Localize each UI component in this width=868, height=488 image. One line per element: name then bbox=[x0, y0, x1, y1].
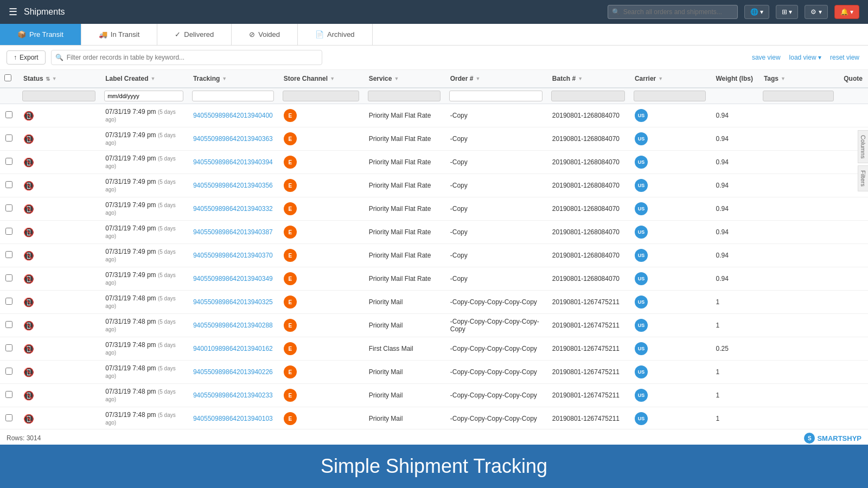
globe-button[interactable]: 🌐 ▾ bbox=[744, 5, 769, 19]
carrier-col-label: Carrier bbox=[635, 75, 656, 82]
notification-button[interactable]: 🔔 ▾ bbox=[834, 5, 859, 19]
select-all-checkbox[interactable] bbox=[4, 74, 11, 81]
row-checkbox[interactable] bbox=[5, 391, 12, 398]
reset-view-button[interactable]: reset view bbox=[828, 52, 861, 63]
row-tracking[interactable]: 9405509898642013940349 bbox=[188, 267, 278, 291]
filter-label-created bbox=[100, 88, 188, 104]
label-date: 07/31/19 7:49 pm bbox=[105, 224, 156, 232]
row-tracking[interactable]: 9405509898642013940363 bbox=[188, 127, 278, 151]
row-tracking[interactable]: 9405509898642013940325 bbox=[188, 291, 278, 314]
service-filter-input[interactable] bbox=[368, 91, 441, 101]
row-tracking[interactable]: 9405509898642013940370 bbox=[188, 244, 278, 267]
row-carrier: US bbox=[629, 384, 711, 407]
row-checkbox[interactable] bbox=[5, 181, 12, 188]
row-tracking[interactable]: 9405509898642013940332 bbox=[188, 197, 278, 221]
row-store-channel: E bbox=[278, 151, 363, 174]
row-batch-num: 20190801-1268084070 bbox=[547, 267, 629, 291]
filter-icon-tr[interactable]: ▼ bbox=[222, 76, 227, 81]
filter-icon-on[interactable]: ▼ bbox=[475, 76, 480, 81]
tab-pre-transit[interactable]: 📦 Pre Transit bbox=[0, 24, 81, 45]
tab-in-transit[interactable]: 🚚 In Transit bbox=[81, 24, 157, 45]
tab-voided[interactable]: ⊘ Voided bbox=[232, 24, 298, 45]
row-checkbox[interactable] bbox=[5, 368, 12, 375]
row-checkbox[interactable] bbox=[5, 134, 12, 142]
col-store-channel[interactable]: Store Channel ▼ bbox=[278, 70, 363, 88]
filter-icon-svc[interactable]: ▼ bbox=[394, 76, 399, 81]
row-checkbox[interactable] bbox=[5, 274, 12, 281]
save-view-button[interactable]: save view bbox=[750, 52, 783, 63]
row-weight: 0.94 bbox=[710, 244, 758, 267]
hamburger-menu-icon[interactable]: ☰ bbox=[9, 6, 17, 18]
settings-button[interactable]: ⚙ ▾ bbox=[805, 5, 827, 19]
row-checkbox[interactable] bbox=[5, 158, 12, 165]
row-checkbox-cell bbox=[0, 197, 18, 221]
batch-num-filter-input[interactable] bbox=[551, 91, 625, 101]
row-service: Priority Mail bbox=[363, 384, 445, 407]
row-checkbox[interactable] bbox=[5, 321, 12, 328]
col-status[interactable]: Status ⇅ ▼ bbox=[18, 70, 100, 88]
row-tracking[interactable]: 9405509898642013940356 bbox=[188, 174, 278, 197]
row-service: First Class Mail bbox=[363, 337, 445, 361]
row-quote bbox=[838, 314, 868, 337]
filter-search-input[interactable] bbox=[51, 50, 322, 65]
col-tracking[interactable]: Tracking ▼ bbox=[188, 70, 278, 88]
col-carrier[interactable]: Carrier ▼ bbox=[629, 70, 711, 88]
row-checkbox[interactable] bbox=[5, 298, 12, 305]
columns-side-label[interactable]: Columns bbox=[858, 130, 868, 163]
order-num-filter-input[interactable] bbox=[449, 91, 542, 101]
row-checkbox[interactable] bbox=[5, 228, 12, 235]
row-weight: 0.94 bbox=[710, 127, 758, 151]
row-tracking[interactable]: 9405509898642013940394 bbox=[188, 151, 278, 174]
export-button[interactable]: ↑ Export bbox=[7, 50, 46, 65]
row-batch-num: 20190801-1267475211 bbox=[547, 407, 629, 429]
filters-side-label[interactable]: Filters bbox=[858, 165, 868, 191]
grid-button[interactable]: ⊞ ▾ bbox=[776, 5, 798, 19]
row-checkbox[interactable] bbox=[5, 344, 12, 351]
tabs-bar: 📦 Pre Transit 🚚 In Transit ✓ Delivered ⊘… bbox=[0, 24, 868, 46]
filter-icon-tg[interactable]: ▼ bbox=[781, 76, 786, 81]
status-error-icon: 📵 bbox=[23, 134, 34, 144]
row-tracking[interactable]: 9400109898642013940162 bbox=[188, 337, 278, 361]
filter-icon-bn[interactable]: ▼ bbox=[578, 76, 583, 81]
row-quote bbox=[838, 407, 868, 429]
tab-delivered[interactable]: ✓ Delivered bbox=[157, 24, 232, 45]
row-tracking[interactable]: 9405509898642013940103 bbox=[188, 407, 278, 429]
label-created-filter-input[interactable] bbox=[104, 91, 183, 101]
row-checkbox[interactable] bbox=[5, 204, 12, 211]
row-order-num: -Copy bbox=[445, 174, 547, 197]
row-tracking[interactable]: 9405509898642013940387 bbox=[188, 221, 278, 244]
col-weight[interactable]: Weight (lbs) bbox=[710, 70, 758, 88]
col-quote[interactable]: Quote bbox=[838, 70, 868, 88]
filter-icon-ca[interactable]: ▼ bbox=[658, 76, 663, 81]
tags-filter-input[interactable] bbox=[763, 91, 834, 101]
row-tracking[interactable]: 9405509898642013940233 bbox=[188, 384, 278, 407]
row-checkbox[interactable] bbox=[5, 414, 12, 421]
global-search-input[interactable] bbox=[608, 5, 738, 19]
row-status: 📵 bbox=[18, 384, 100, 407]
tracking-filter-input[interactable] bbox=[192, 91, 274, 101]
tab-archived[interactable]: 📄 Archived bbox=[298, 24, 373, 45]
row-tracking[interactable]: 9405509898642013940400 bbox=[188, 104, 278, 127]
row-quote bbox=[838, 244, 868, 267]
sort-icon[interactable]: ⇅ bbox=[46, 76, 50, 82]
row-checkbox[interactable] bbox=[5, 111, 12, 118]
select-all-col[interactable] bbox=[0, 70, 18, 88]
col-tags[interactable]: Tags ▼ bbox=[758, 70, 838, 88]
row-service: Priority Mail Flat Rate bbox=[363, 127, 445, 151]
load-view-button[interactable]: load view ▾ bbox=[787, 52, 824, 63]
col-label-created[interactable]: Label Created ▼ bbox=[100, 70, 188, 88]
col-order-num[interactable]: Order # ▼ bbox=[445, 70, 547, 88]
col-service[interactable]: Service ▼ bbox=[363, 70, 445, 88]
filter-icon-lc[interactable]: ▼ bbox=[151, 76, 156, 81]
status-filter-input[interactable] bbox=[22, 91, 95, 101]
filter-icon-sc[interactable]: ▼ bbox=[330, 76, 335, 81]
col-batch-num[interactable]: Batch # ▼ bbox=[547, 70, 629, 88]
row-checkbox-cell bbox=[0, 314, 18, 337]
filter-icon[interactable]: ▼ bbox=[52, 76, 57, 81]
row-tracking[interactable]: 9405509898642013940288 bbox=[188, 314, 278, 337]
row-label-created: 07/31/19 7:49 pm (5 days ago) bbox=[100, 267, 188, 291]
row-checkbox[interactable] bbox=[5, 251, 12, 258]
carrier-filter-input[interactable] bbox=[634, 91, 706, 101]
row-tracking[interactable]: 9405509898642013940226 bbox=[188, 361, 278, 384]
store-channel-filter-input[interactable] bbox=[283, 91, 359, 101]
